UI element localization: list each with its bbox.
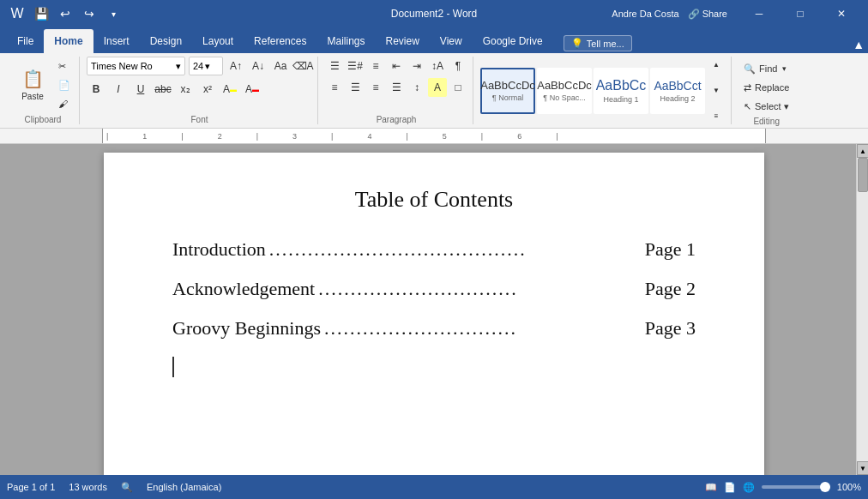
tab-references[interactable]: References [244, 29, 316, 53]
paragraph-label: Paragraph [325, 113, 467, 124]
text-cursor [172, 357, 174, 377]
sort-btn[interactable]: ↕A [428, 57, 447, 75]
select-button[interactable]: ↖ Select ▾ [738, 98, 794, 115]
style-no-spacing[interactable]: AaBbCcDc ¶ No Spac... [537, 68, 592, 114]
strikethrough-btn[interactable]: abc [154, 80, 172, 99]
style-heading1[interactable]: AaBbCc Heading 1 [594, 68, 648, 114]
replace-label: Replace [755, 82, 789, 93]
scroll-thumb[interactable] [858, 158, 868, 192]
align-center-btn[interactable]: ☰ [346, 78, 365, 97]
editing-group: 🔍 Find ▾ ⇄ Replace ↖ Select ▾ Editing [733, 57, 799, 124]
line-spacing-btn[interactable]: ↕ [407, 78, 426, 97]
scroll-up-btn[interactable]: ▲ [857, 144, 868, 158]
ribbon-collapse-btn[interactable]: ▲ [853, 38, 865, 51]
borders-btn[interactable]: □ [449, 78, 467, 97]
minimize-btn[interactable]: ─ [739, 0, 779, 27]
tab-home[interactable]: Home [44, 29, 93, 53]
customize-btn[interactable]: ▾ [103, 3, 124, 24]
toc-entry-2-text: Acknowledgement [172, 278, 315, 300]
bold-button[interactable]: B [87, 80, 105, 99]
window-title: Document2 - Word [391, 8, 477, 20]
tell-me-bar[interactable]: 💡 Tell me... [564, 35, 632, 51]
tab-mailings[interactable]: Mailings [316, 29, 375, 53]
decrease-font-btn[interactable]: A↓ [249, 57, 268, 75]
find-chevron: ▾ [782, 64, 787, 73]
para-top-row: ☰ ☰# ≡ ⇤ ⇥ ↕A ¶ [325, 57, 467, 75]
page[interactable]: Table of Contents Introduction .........… [104, 153, 764, 475]
paste-button[interactable]: 📋 Paste [12, 61, 53, 109]
maximize-btn[interactable]: □ [781, 0, 820, 27]
tab-review[interactable]: Review [375, 29, 429, 53]
share-btn[interactable]: 🔗 Share [688, 9, 727, 20]
tab-insert[interactable]: Insert [93, 29, 140, 53]
cut-button[interactable]: ✂ [55, 57, 74, 75]
scroll-down-btn[interactable]: ▼ [857, 461, 868, 475]
tab-view[interactable]: View [430, 29, 473, 53]
multilevel-btn[interactable]: ≡ [366, 57, 385, 75]
cursor-line [172, 357, 696, 377]
find-button[interactable]: 🔍 Find ▾ [738, 60, 794, 77]
toc-entry-1: Introduction ...........................… [172, 238, 696, 261]
align-left-btn[interactable]: ≡ [325, 78, 344, 97]
shading-btn[interactable]: A [428, 78, 447, 97]
proofing-icon[interactable]: 🔍 [121, 482, 133, 493]
toc-entry-2-dots: ............................... [318, 278, 642, 300]
font-color-btn[interactable]: A▬ [243, 80, 262, 99]
copy-button[interactable]: 📄 [55, 76, 74, 93]
tab-file[interactable]: File [7, 29, 44, 53]
toc-entry-3: Groovy Beginnings ......................… [172, 317, 696, 340]
toc-entry-2-page: Page 2 [645, 278, 696, 300]
find-icon: 🔍 [744, 63, 756, 75]
styles-list: AaBbCcDc ¶ Normal AaBbCcDc ¶ No Spac... … [480, 57, 726, 124]
numbering-btn[interactable]: ☰# [346, 57, 365, 75]
font-group: Times New Ro ▾ 24 ▾ A↑ A↓ Aa ⌫A B I U ab… [81, 57, 318, 124]
select-icon: ↖ [744, 101, 751, 112]
style-h1-preview: AaBbCc [596, 78, 647, 93]
bullets-btn[interactable]: ☰ [325, 57, 344, 75]
tab-googledrive[interactable]: Google Drive [473, 29, 553, 53]
language-btn[interactable]: English (Jamaica) [147, 482, 221, 492]
close-btn[interactable]: ✕ [822, 0, 861, 27]
style-h2-preview: AaBbCct [654, 79, 701, 93]
font-name-dropdown[interactable]: Times New Ro ▾ [87, 57, 185, 75]
increase-font-btn[interactable]: A↑ [226, 57, 245, 75]
style-nospacing-preview: AaBbCcDc [537, 79, 592, 92]
styles-up-btn[interactable]: ▲ [707, 56, 726, 75]
zoom-slider[interactable] [762, 485, 830, 489]
replace-button[interactable]: ⇄ Replace [738, 79, 794, 96]
show-marks-btn[interactable]: ¶ [449, 57, 467, 75]
user-name[interactable]: Andre Da Costa [612, 9, 678, 19]
ribbon-tabs: File Home Insert Design Layout Reference… [0, 27, 868, 53]
justify-btn[interactable]: ☰ [387, 78, 406, 97]
save-btn[interactable]: 💾 [31, 3, 51, 24]
text-highlight-btn[interactable]: A▬ [220, 80, 239, 99]
style-heading2[interactable]: AaBbCct Heading 2 [650, 68, 705, 114]
ruler-right [856, 129, 868, 143]
increase-indent-btn[interactable]: ⇥ [407, 57, 426, 75]
format-painter-button[interactable]: 🖌 [55, 95, 74, 112]
ruler-left [0, 129, 12, 143]
tab-design[interactable]: Design [140, 29, 192, 53]
ruler: |1|2|3|4|5|6| [12, 129, 856, 143]
redo-btn[interactable]: ↪ [79, 3, 99, 24]
tab-layout[interactable]: Layout [192, 29, 244, 53]
clear-format-btn[interactable]: ⌫A [293, 57, 312, 75]
toc-entry-2: Acknowledgement ........................… [172, 278, 696, 300]
editing-controls: 🔍 Find ▾ ⇄ Replace ↖ Select ▾ [738, 57, 794, 115]
underline-button[interactable]: U [131, 80, 150, 99]
styles-scroll: ▲ ▼ ≡ [707, 56, 726, 126]
styles-down-btn[interactable]: ▼ [707, 81, 726, 100]
toc-entry-1-dots: ........................................ [269, 238, 642, 261]
styles-more-btn[interactable]: ≡ [707, 107, 726, 126]
zoom-thumb[interactable] [820, 482, 830, 492]
toc-entry-3-dots: .............................. [324, 317, 642, 340]
subscript-btn[interactable]: x₂ [176, 80, 195, 99]
superscript-btn[interactable]: x² [198, 80, 217, 99]
undo-btn[interactable]: ↩ [55, 3, 75, 24]
font-size-dropdown[interactable]: 24 ▾ [189, 57, 223, 75]
italic-button[interactable]: I [109, 80, 128, 99]
change-case-btn[interactable]: Aa [271, 57, 290, 75]
decrease-indent-btn[interactable]: ⇤ [387, 57, 406, 75]
style-normal[interactable]: AaBbCcDc ¶ Normal [480, 68, 535, 114]
align-right-btn[interactable]: ≡ [366, 78, 385, 97]
